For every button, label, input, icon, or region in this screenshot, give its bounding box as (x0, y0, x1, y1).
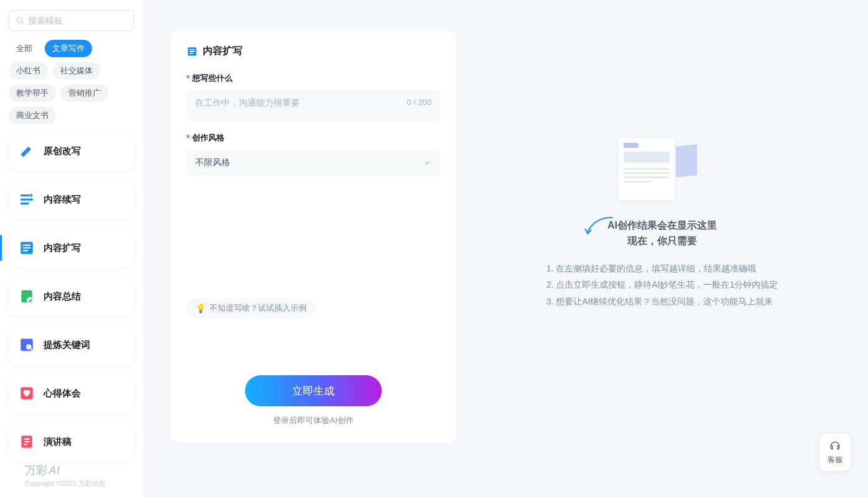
cs-label: 客服 (828, 455, 843, 465)
chevron-down-icon (423, 158, 432, 167)
result-panel: AI创作结果会在显示这里 现在，你只需要 1. 在左侧填好必要的信息，填写越详细… (456, 0, 868, 497)
form-title: 内容扩写 (203, 45, 242, 58)
login-hint: 登录后即可体验AI创作 (273, 415, 353, 426)
svg-point-6 (26, 344, 32, 350)
template-label: 原创改写 (44, 145, 81, 157)
footer-logo: 万彩AI Copyright ©2023 万彩信息 (25, 463, 106, 488)
template-list: 原创改写内容续写内容扩写内容总结提炼关键词心得体会演讲稿 (9, 132, 134, 461)
style-select-value: 不限风格 (195, 157, 230, 168)
heart-icon (19, 385, 35, 401)
template-label: 内容续写 (44, 194, 81, 206)
template-item[interactable]: 心得体会 (9, 374, 134, 413)
continue-icon (19, 191, 35, 207)
template-label: 心得体会 (44, 388, 81, 399)
arrow-icon (583, 215, 614, 240)
keywords-icon (19, 337, 35, 353)
filter-tag[interactable]: 小红书 (9, 62, 48, 80)
expand-icon (187, 46, 198, 57)
svg-line-1 (22, 22, 24, 24)
char-count: 0 / 200 (407, 98, 432, 107)
generate-button[interactable]: 立即生成 (245, 375, 382, 406)
template-label: 演讲稿 (44, 436, 72, 448)
template-item[interactable]: 内容总结 (9, 277, 134, 316)
form-panel: 内容扩写 *想写些什么 0 / 200 *创作风格 不限风格 💡 不知道写啥？试… (170, 31, 456, 442)
svg-point-4 (27, 297, 34, 304)
template-item[interactable]: 提炼关键词 (9, 326, 134, 364)
headset-icon (829, 440, 841, 452)
pencil-icon (19, 143, 35, 159)
search-input[interactable] (28, 16, 127, 25)
summary-icon (19, 288, 35, 304)
result-steps: 1. 在左侧填好必要的信息，填写越详细，结果越准确哦 2. 点击立即生成按钮，静… (547, 260, 778, 310)
brand-suffix: AI (48, 464, 60, 477)
result-title: AI创作结果会在显示这里 现在，你只需要 (607, 217, 717, 249)
search-box[interactable] (9, 10, 134, 31)
template-item[interactable]: 原创改写 (9, 132, 134, 170)
speech-icon (19, 434, 35, 450)
sidebar: 全部文章写作小红书社交媒体教学帮手营销推广商业文书 原创改写内容续写内容扩写内容… (0, 0, 143, 497)
svg-point-0 (17, 17, 22, 22)
template-item[interactable]: 演讲稿 (9, 422, 134, 461)
style-select[interactable]: 不限风格 (187, 150, 440, 176)
filter-tag[interactable]: 社交媒体 (53, 62, 100, 80)
template-label: 提炼关键词 (44, 339, 90, 351)
lightbulb-icon: 💡 (195, 303, 206, 313)
search-icon (16, 16, 24, 25)
field2-label: *创作风格 (187, 132, 440, 144)
insert-example-chip[interactable]: 💡 不知道写啥？试试插入示例 (187, 298, 315, 318)
brand-name: 万彩 (25, 463, 47, 478)
copyright: Copyright ©2023 万彩信息 (25, 479, 106, 488)
tag-filter-row: 全部文章写作小红书社交媒体教学帮手营销推广商业文书 (9, 40, 134, 124)
filter-tag[interactable]: 教学帮手 (9, 84, 56, 102)
template-label: 内容总结 (44, 291, 81, 303)
template-item[interactable]: 内容续写 (9, 180, 134, 219)
expand-icon (19, 240, 35, 256)
content-textarea[interactable] (195, 98, 432, 111)
filter-tag[interactable]: 营销推广 (61, 84, 108, 102)
filter-tag[interactable]: 全部 (9, 40, 40, 57)
result-illustration (619, 138, 706, 206)
hint-text: 不知道写啥？试试插入示例 (210, 303, 307, 314)
filter-tag[interactable]: 文章写作 (45, 40, 92, 57)
template-item[interactable]: 内容扩写 (9, 229, 134, 267)
content-textarea-wrap[interactable]: 0 / 200 (187, 90, 440, 121)
field1-label: *想写些什么 (187, 73, 440, 84)
template-label: 内容扩写 (44, 242, 81, 254)
filter-tag[interactable]: 商业文书 (9, 107, 56, 124)
customer-service-widget[interactable]: 客服 (820, 434, 851, 471)
